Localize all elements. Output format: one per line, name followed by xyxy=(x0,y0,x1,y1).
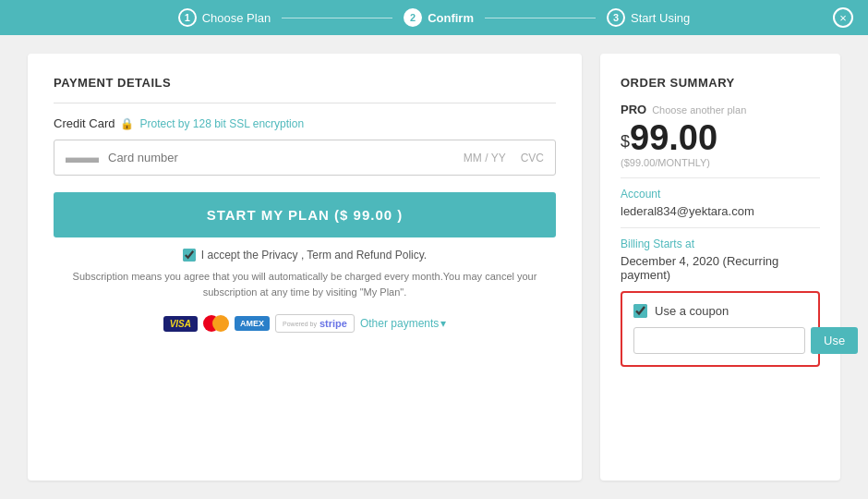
step1-number: 1 xyxy=(178,8,197,27)
payment-divider xyxy=(54,103,556,103)
billing-value: December 4, 2020 (Recurring payment) xyxy=(621,254,820,282)
coupon-label: Use a coupon xyxy=(655,304,729,318)
amex-logo: AMEX xyxy=(235,316,270,331)
coupon-section: Use a coupon Use xyxy=(621,291,820,367)
step-confirm[interactable]: 2 Confirm xyxy=(404,8,474,27)
order-summary-title: ORDER SUMMARY xyxy=(621,76,820,90)
billing-label: Billing Starts at xyxy=(621,237,820,250)
plan-name: PRO xyxy=(621,103,646,116)
other-payments-link[interactable]: Other payments ▾ xyxy=(360,317,446,330)
other-payments-text: Other payments xyxy=(360,317,439,330)
cvc-label: CVC xyxy=(521,152,544,164)
step1-label: Choose Plan xyxy=(202,11,271,25)
price-row: $ 99.00 xyxy=(621,120,820,155)
steps-container: 1 Choose Plan 2 Confirm 3 Start Using xyxy=(18,8,850,27)
card-number-input[interactable] xyxy=(108,151,464,164)
step2-label: Confirm xyxy=(428,11,474,25)
payment-panel-title: PAYMENT DETAILS xyxy=(54,76,556,90)
mm-yy-label: MM / YY xyxy=(464,152,506,164)
order-summary-panel: ORDER SUMMARY PRO Choose another plan $ … xyxy=(600,54,840,481)
top-navigation-bar: 1 Choose Plan 2 Confirm 3 Start Using × xyxy=(0,0,868,35)
coupon-checkbox[interactable] xyxy=(633,304,647,318)
step-choose-plan[interactable]: 1 Choose Plan xyxy=(178,8,271,27)
close-button[interactable]: × xyxy=(833,7,853,28)
mastercard-logo xyxy=(203,315,229,332)
account-label: Account xyxy=(621,188,820,201)
stripe-logo: Powered by stripe xyxy=(275,314,355,333)
lock-icon: 🔒 xyxy=(120,117,134,130)
payment-details-panel: PAYMENT DETAILS Credit Card 🔒 Protect by… xyxy=(28,54,582,481)
step3-label: Start Using xyxy=(631,11,690,25)
visa-logo: VISA xyxy=(163,316,198,332)
payment-logos-row: VISA AMEX Powered by stripe Other paymen… xyxy=(54,314,556,333)
accept-policy-row: I accept the Privacy , Term and Refund P… xyxy=(54,249,556,262)
price-amount: 99.00 xyxy=(630,120,717,155)
step-line-2 xyxy=(485,18,596,18)
stripe-name: stripe xyxy=(319,318,347,329)
coupon-checkbox-row: Use a coupon xyxy=(633,304,807,318)
ssl-text: Protect by 128 bit SSL encryption xyxy=(139,117,304,130)
main-content: PAYMENT DETAILS Credit Card 🔒 Protect by… xyxy=(0,35,868,499)
chevron-down-icon: ▾ xyxy=(440,317,446,330)
dollar-sign: $ xyxy=(621,132,630,152)
step-start-using[interactable]: 3 Start Using xyxy=(607,8,690,27)
card-chip-icon: ▬▬ xyxy=(66,148,99,167)
order-divider-1 xyxy=(621,177,820,178)
choose-another-plan-link[interactable]: Choose another plan xyxy=(652,104,746,116)
credit-card-text: Credit Card xyxy=(54,116,115,130)
plan-name-row: PRO Choose another plan xyxy=(621,103,820,116)
expiry-cvc-labels: MM / YY CVC xyxy=(464,152,544,164)
accept-checkbox[interactable] xyxy=(183,249,196,262)
coupon-input-row: Use xyxy=(633,327,807,354)
step-line-1 xyxy=(282,18,392,18)
order-divider-2 xyxy=(621,227,820,228)
coupon-input[interactable] xyxy=(633,327,805,354)
price-monthly-label: ($99.00/MONTHLY) xyxy=(621,157,820,168)
account-value: lederal834@yektara.com xyxy=(621,204,820,218)
start-plan-button[interactable]: START MY PLAN ($ 99.00 ) xyxy=(54,192,556,237)
card-input-container[interactable]: ▬▬ MM / YY CVC xyxy=(54,140,556,176)
step2-number: 2 xyxy=(404,8,422,27)
step3-number: 3 xyxy=(607,8,625,27)
powered-by-text: Powered by xyxy=(283,321,317,327)
accept-text: I accept the Privacy , Term and Refund P… xyxy=(201,249,427,262)
credit-card-label-row: Credit Card 🔒 Protect by 128 bit SSL enc… xyxy=(54,116,556,130)
coupon-use-button[interactable]: Use xyxy=(811,327,858,354)
subscription-notice: Subscription means you agree that you wi… xyxy=(54,269,556,299)
